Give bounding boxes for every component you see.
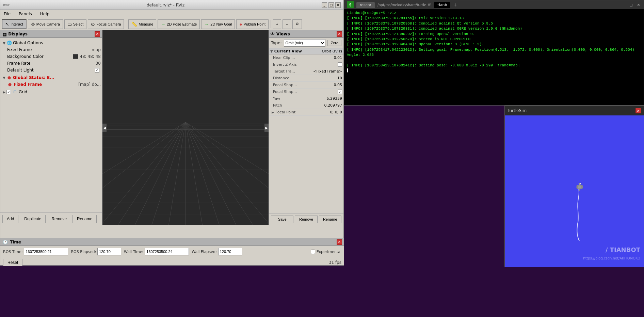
interact-icon: ↖ bbox=[5, 21, 9, 27]
global-options-label: Global Options bbox=[13, 41, 43, 45]
yaw-row[interactable]: Yaw 5.29359 bbox=[269, 95, 343, 102]
terminal-maximize[interactable]: □ bbox=[629, 2, 633, 7]
frame-rate-label: Frame Rate bbox=[7, 61, 96, 66]
toolbar: ↖ Interact ✥ Move Camera ▭ Select ⊙ Focu… bbox=[0, 18, 343, 30]
rviz-window-controls[interactable]: _ □ ✕ bbox=[322, 2, 341, 8]
terminal-add-tab[interactable]: + bbox=[453, 2, 457, 7]
add-button[interactable]: Add bbox=[2, 215, 18, 223]
focal-shape-fixed-row[interactable]: Focal Shap... ✓ bbox=[269, 89, 343, 95]
time-panel-close[interactable]: ✕ bbox=[337, 239, 342, 245]
ros-elapsed-input[interactable] bbox=[97, 248, 121, 255]
pose-estimate-button[interactable]: → 2D Pose Estimate bbox=[158, 19, 200, 29]
views-rename-button[interactable]: Rename bbox=[319, 216, 341, 223]
toolbar-minus-button[interactable]: − bbox=[283, 19, 291, 29]
time-fields: ROS Time: ROS Elapsed: Wall Time: Wall E… bbox=[0, 246, 344, 257]
menu-panels[interactable]: Panels bbox=[17, 11, 34, 17]
terminal-close[interactable]: ✕ bbox=[636, 2, 641, 7]
global-status-icon: ● bbox=[6, 75, 12, 80]
svg-point-36 bbox=[579, 189, 580, 191]
maximize-button[interactable]: □ bbox=[328, 2, 334, 8]
focal-point-row[interactable]: ▶ Focal Point 0; 0; 0 bbox=[269, 109, 343, 116]
interact-button[interactable]: ↖ Interact bbox=[2, 19, 27, 29]
pitch-value: 0.209797 bbox=[324, 103, 342, 108]
views-type-select[interactable]: Orbit (rviz) bbox=[284, 39, 326, 47]
nav-goal-button[interactable]: → 2D Nav Goal bbox=[201, 19, 235, 29]
terminal-content[interactable]: tianbot@ros2go:~$ rviz [ INFO] [16072533… bbox=[344, 9, 644, 105]
publish-point-button[interactable]: ● Publish Point bbox=[236, 19, 269, 29]
move-camera-button[interactable]: ✥ Move Camera bbox=[28, 19, 63, 29]
grid-checkbox[interactable]: ✓ bbox=[6, 90, 11, 94]
toolbar-plus-button[interactable]: + bbox=[273, 19, 281, 29]
default-light-row[interactable]: Default Light ✓ bbox=[0, 67, 102, 74]
target-frame-row[interactable]: Target Fra... <Fixed Frame> bbox=[269, 68, 343, 75]
bg-color-row[interactable]: Background Color 48; 48; 48 bbox=[0, 53, 102, 60]
yaw-label: Yaw bbox=[270, 96, 327, 101]
menu-help[interactable]: Help bbox=[38, 11, 51, 17]
pitch-row[interactable]: Pitch 0.209797 bbox=[269, 102, 343, 109]
current-view-header[interactable]: ▼ Current View Orbit (rviz) bbox=[269, 48, 343, 54]
experimental-label: Experimental bbox=[317, 250, 341, 254]
global-options-expand[interactable]: ▼ bbox=[2, 41, 6, 45]
terminal-tab-roscor[interactable]: roscor bbox=[356, 2, 375, 8]
views-panel-close[interactable]: ✕ bbox=[337, 31, 342, 37]
minimize-button[interactable]: _ bbox=[322, 2, 327, 8]
gs-fixed-frame-row[interactable]: ● Fixed Frame [map] do... bbox=[0, 81, 102, 88]
grid-svg bbox=[102, 30, 269, 225]
terminal-minimize[interactable]: _ bbox=[621, 2, 626, 7]
focal-shape-size-row[interactable]: Focal Shap... 0.05 bbox=[269, 82, 343, 89]
terminal-tab-tianb[interactable]: tianb bbox=[434, 2, 450, 8]
wall-time-input[interactable] bbox=[145, 248, 189, 255]
measure-button[interactable]: 📏 Measure bbox=[128, 19, 156, 29]
rename-button[interactable]: Rename bbox=[73, 215, 97, 223]
current-view-expand: ▼ bbox=[270, 49, 273, 53]
viewport-arrow-right[interactable]: ▶ bbox=[264, 124, 269, 132]
fixed-frame-row[interactable]: Fixed Frame map bbox=[0, 46, 102, 53]
views-remove-button[interactable]: Remove bbox=[295, 216, 317, 223]
frame-rate-row[interactable]: Frame Rate 30 bbox=[0, 60, 102, 67]
invert-z-row[interactable]: Invert Z Axis bbox=[269, 61, 343, 68]
wall-elapsed-input[interactable] bbox=[218, 248, 242, 255]
views-save-button[interactable]: Save bbox=[271, 216, 293, 223]
focus-camera-button[interactable]: ⊙ Focus Camera bbox=[88, 19, 124, 29]
grid-row[interactable]: ▶ ✓ ⊞ Grid bbox=[0, 89, 102, 95]
global-status-row[interactable]: ▼ ● Global Status: E... bbox=[0, 74, 102, 81]
toolbar-sep-2 bbox=[271, 20, 271, 28]
invert-z-checkbox[interactable] bbox=[338, 62, 342, 67]
turtlesim-close[interactable]: ✕ bbox=[635, 108, 641, 113]
views-panel: 👁 Views ✕ Type: Orbit (rviz) Zero ▼ Curr… bbox=[269, 30, 343, 225]
terminal-line-1: [ INFO] [1607253379.107284155]: rviz ver… bbox=[347, 16, 641, 21]
views-zero-button[interactable]: Zero bbox=[327, 40, 341, 46]
viewport-3d[interactable]: ◀ ▶ bbox=[102, 30, 269, 225]
remove-button[interactable]: Remove bbox=[47, 215, 71, 223]
near-clip-row[interactable]: Near Clip ... 0.01 bbox=[269, 54, 343, 61]
terminal-line-7: [ INFO] [1607253417.042223013]: Setting … bbox=[347, 47, 641, 58]
select-button[interactable]: ▭ Select bbox=[64, 19, 87, 29]
ros-time-group: ROS Time: bbox=[3, 248, 68, 255]
distance-row[interactable]: Distance 10 bbox=[269, 75, 343, 82]
default-light-checkbox[interactable]: ✓ bbox=[95, 68, 99, 73]
global-status-expand[interactable]: ▼ bbox=[2, 75, 6, 80]
toolbar-settings-button[interactable]: ⚙ bbox=[292, 19, 302, 29]
focal-shape-fixed-checkbox[interactable]: ✓ bbox=[338, 90, 342, 94]
focal-point-value: 0; 0; 0 bbox=[330, 110, 342, 114]
main-content: ▦ Displays ✕ ▼ 🌐 Global Options Fixed Fr… bbox=[0, 30, 343, 225]
grid-expand[interactable]: ▶ bbox=[2, 90, 6, 94]
terminal-line-6: [ INFO] [1607253379.312340439]: OpenGL v… bbox=[347, 42, 641, 47]
turtlesim-minimize[interactable]: _ bbox=[629, 108, 633, 113]
global-options-row[interactable]: ▼ 🌐 Global Options bbox=[0, 39, 102, 46]
focal-point-expand: ▶ bbox=[272, 111, 274, 114]
viewport-arrow-left[interactable]: ◀ bbox=[102, 124, 107, 132]
duplicate-button[interactable]: Duplicate bbox=[20, 215, 46, 223]
turtlesim-viewport[interactable]: / TIANBOT https://blog.csdn.net/AKITOMOK… bbox=[505, 115, 644, 267]
global-status-label: Global Status: E... bbox=[13, 75, 54, 80]
reset-button[interactable]: Reset bbox=[3, 259, 22, 266]
experimental-checkbox[interactable] bbox=[311, 250, 315, 254]
select-icon: ▭ bbox=[67, 21, 72, 27]
close-button[interactable]: ✕ bbox=[335, 2, 341, 8]
displays-panel-close[interactable]: ✕ bbox=[95, 31, 100, 37]
terminal-line-5: [ INFO] [1607253379.312250670]: Stereo i… bbox=[347, 37, 641, 42]
wall-time-label: Wall Time: bbox=[124, 250, 143, 254]
ros-time-input[interactable] bbox=[24, 248, 68, 255]
menu-file[interactable]: File bbox=[2, 11, 13, 17]
focus-camera-icon: ⊙ bbox=[91, 21, 95, 27]
